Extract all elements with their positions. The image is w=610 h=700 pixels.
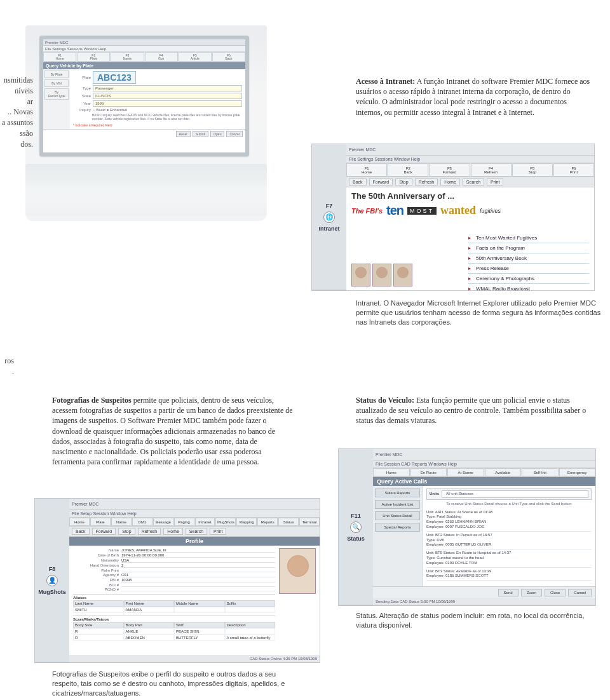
wanted-banner: The FBI's ten MOST wanted fugitives [351, 203, 589, 218]
nav-btn: Stop [395, 178, 412, 185]
mugshot-thumbs [351, 264, 412, 286]
fkey: F2Back [388, 163, 428, 177]
side-btn: Status Reports [375, 488, 420, 497]
nav-btn: Home [163, 528, 183, 535]
btn: Send [498, 589, 518, 596]
fkey: F6Back [212, 52, 245, 62]
intranet-screenshot: F7 🌐 Intranet Premier MDC File Settings … [311, 144, 595, 291]
side-key-label: MugShots [38, 589, 66, 595]
app-title: Premier MDC [43, 39, 245, 46]
laptop-image-area: Premier MDC File Settings Sessions Windo… [25, 25, 267, 216]
mugshot-caption: Fotografias de Suspeitos exibe o perfil … [52, 670, 294, 698]
unit-entry: Unit: BT2 Status: In Pursuit as of 16:57… [426, 532, 592, 549]
link-item: Ten Most Wanted Fugitives [468, 233, 589, 243]
status-tabs: Home En Route At Scene Available Self-In… [373, 468, 595, 477]
fkey: F3Forward [429, 163, 470, 177]
app-title: Premier MDC [69, 499, 320, 510]
app-title: Premier MDC [346, 144, 594, 156]
fkey-tabs: Home Plate Name DM1 Message Paging Intra… [69, 518, 320, 527]
status-paragraph: Status do Veículo: Esta função permite q… [356, 395, 597, 426]
nav-btn: Refresh [415, 178, 438, 185]
mugshot-thumb [393, 264, 412, 286]
nav-btn: Search [463, 178, 484, 185]
query-vehicle-screenshot: Premier MDC File Settings Sessions Windo… [39, 36, 249, 156]
tab: Home [69, 518, 90, 526]
units-list: Units All unit Statuses To receive Unit … [423, 486, 595, 586]
nav-btn: Forward [369, 178, 393, 185]
hint-text: To receive Unit Status Detail choose a U… [426, 502, 592, 507]
tab: Mapping [236, 518, 257, 526]
side-btn: Unit Status Detail [375, 511, 420, 520]
mugshot-text: permite que policiais, dentro de seus ve… [52, 396, 293, 466]
state-value: ILLINOIS [93, 93, 242, 99]
nav-btn: Print [210, 528, 226, 535]
menu-bar: File Settings Sessions Window Help [43, 46, 245, 52]
suspect-photo [279, 548, 316, 594]
side-key: F7 [326, 203, 333, 209]
bottom-btns: Send Zoom Close Cancel [373, 586, 595, 598]
btn: Zoom [521, 589, 542, 596]
fbi-text: The FBI's [351, 207, 383, 215]
app-title: Premier MDC [373, 449, 595, 461]
side-key-block: F8 👤 MugShots [35, 499, 69, 663]
link-item: Facts on the Program [468, 243, 589, 253]
menu-bar: File Settings Sessions Window Help [346, 156, 594, 163]
unit-entry: Unit: BT5 Status: En Route to Hospital a… [426, 549, 592, 567]
link-item: Press Release [468, 264, 589, 274]
mugshot-screenshot: F8 👤 MugShots Premier MDC File Setup Ses… [34, 498, 320, 663]
aliases-section: Aliases Last Name First Name Middle Name… [73, 594, 275, 613]
nav-btn: Refresh [138, 528, 161, 535]
tab: Name [111, 518, 132, 526]
link-item: WMAL Radio Broadcast [468, 284, 589, 290]
truncated-text-left: nsmitidas níveis ar .. Novas a assuntos … [0, 75, 33, 150]
nav-btn: Back [72, 528, 90, 535]
tab: DM1 [132, 518, 152, 526]
side-key-label: Status [347, 535, 365, 542]
smt-section: Scars/Marks/Tatoos Body Side Body Part S… [73, 616, 275, 641]
inquiry-label: Inquiry [73, 108, 91, 112]
tab: En Route [410, 468, 447, 476]
panel-title: Query Vehicle by Plate [43, 62, 245, 69]
mugshot-heading: Fotografias de Suspeitos [52, 396, 132, 405]
name-value: JONES, AMANDA SUE, III [121, 548, 275, 553]
tab: Status [278, 518, 299, 526]
intranet-heading: Acesso à Intranet: [356, 77, 415, 86]
nav-btn: Search [186, 528, 207, 535]
btn: Open [210, 131, 224, 137]
status-side-buttons: Status Reports Active Incident List Unit… [373, 486, 423, 586]
person-icon: 👤 [46, 575, 58, 586]
nat-value: USA [121, 558, 275, 563]
mugshot-thumb [372, 264, 391, 286]
intranet-link-list: Ten Most Wanted Fugitives Facts on the P… [468, 233, 589, 290]
nav-btn: Back [349, 178, 367, 185]
mugshot-paragraph: Fotografias de Suspeitos permite que pol… [52, 395, 294, 467]
side-option: By VIN [44, 79, 69, 87]
link-item: Ceremony & Photographs [468, 274, 589, 284]
plate-value: ABC123 [93, 71, 136, 84]
fkey: F3Name [111, 52, 144, 62]
units-label: Units [430, 492, 439, 497]
menu-bar: File Setup Session Window Help [69, 510, 320, 518]
unit-entry: Unit: AIR1 Status: At Scene as of 01:48 … [426, 509, 592, 532]
plate-label: Plate [73, 76, 91, 79]
wanted-text: wanted [440, 204, 476, 217]
type-label: Type [73, 86, 91, 90]
side-btn: Special Reports [375, 523, 420, 532]
tab: Home [373, 468, 410, 476]
tab: Self-Init [522, 468, 559, 476]
state-label: State [73, 94, 91, 98]
mugshot-thumb [351, 264, 370, 286]
status-screenshot: F11 🔍 Status Premier MDC File Session CA… [338, 448, 596, 606]
status-heading: Status do Veículo: [356, 396, 414, 405]
nav-btn: Forward [92, 528, 116, 535]
browser-nav-bar: Back Forward Stop Refresh Home Search Pr… [346, 177, 594, 187]
intranet-caption: Intranet. O Navegador Microsoft Internet… [356, 299, 604, 327]
year-label: Year [73, 102, 91, 105]
tab: Terminal [299, 518, 320, 526]
btn: Reset [176, 131, 191, 137]
nav-btn: Home [440, 178, 460, 185]
fkey: F6Print [553, 163, 594, 177]
fkey-row: F1Home F2Back F3Forward F4Refresh F5Stop… [346, 163, 594, 177]
nav-btn: Stop [118, 528, 135, 535]
menu-bar: File Session CAD Reports Windows Help [373, 461, 595, 468]
